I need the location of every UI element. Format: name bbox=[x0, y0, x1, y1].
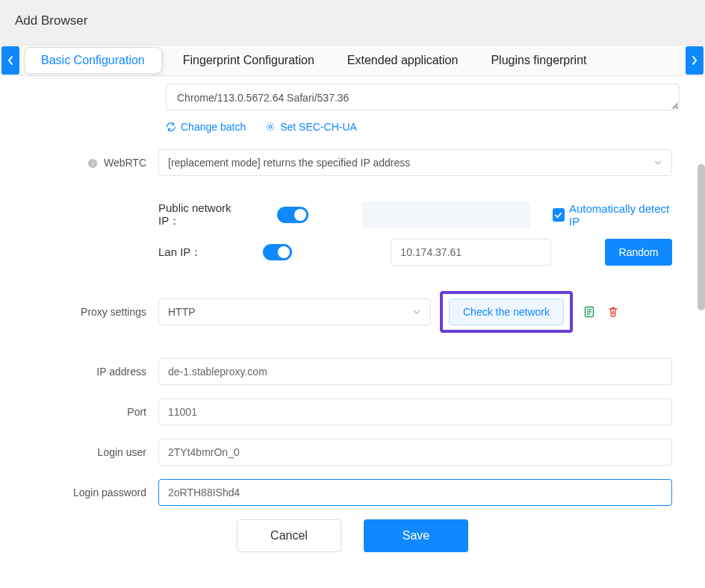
svg-point-0 bbox=[269, 125, 272, 128]
content-area: Chrome/113.0.5672.64 Safari/537.36 Chang… bbox=[0, 76, 705, 552]
login-password-input[interactable] bbox=[158, 479, 672, 506]
change-batch-label: Change batch bbox=[181, 121, 246, 133]
chevron-left-icon bbox=[7, 55, 14, 66]
chevron-right-icon bbox=[691, 55, 698, 66]
proxy-settings-label: Proxy settings bbox=[0, 306, 158, 318]
check-icon bbox=[554, 211, 562, 219]
proxy-type-select[interactable]: HTTP bbox=[158, 298, 431, 325]
auto-detect-ip-checkbox[interactable] bbox=[553, 208, 565, 222]
tab-basic-configuration[interactable]: Basic Configuration bbox=[24, 47, 162, 74]
info-icon: i bbox=[87, 158, 98, 169]
login-password-label: Login password bbox=[0, 487, 158, 498]
tab-scroll-left[interactable] bbox=[1, 46, 19, 75]
tab-scroll-right[interactable] bbox=[686, 46, 704, 75]
delete-proxy-button[interactable] bbox=[606, 304, 621, 319]
ip-address-input[interactable] bbox=[158, 358, 672, 385]
chevron-down-icon bbox=[653, 158, 662, 167]
check-network-button[interactable]: Check the network bbox=[449, 298, 564, 325]
tab-bar: Basic Configuration Fingerprint Configur… bbox=[0, 45, 705, 76]
lan-ip-toggle[interactable] bbox=[263, 244, 292, 260]
tab-plugins-fingerprint[interactable]: Plugins fingerprint bbox=[474, 45, 603, 76]
public-ip-label: Public network IP： bbox=[158, 201, 247, 228]
set-sec-ch-ua-link[interactable]: Set SEC-CH-UA bbox=[265, 121, 357, 133]
gear-icon bbox=[265, 122, 276, 132]
set-sec-ch-ua-label: Set SEC-CH-UA bbox=[280, 121, 357, 133]
change-batch-link[interactable]: Change batch bbox=[166, 121, 246, 133]
document-icon bbox=[583, 305, 596, 319]
webrtc-label: i WebRTC bbox=[0, 157, 158, 169]
webrtc-select[interactable]: [replacement mode] returns the specified… bbox=[158, 149, 672, 176]
cancel-button[interactable]: Cancel bbox=[237, 519, 341, 552]
lan-ip-input[interactable] bbox=[391, 239, 551, 266]
port-input[interactable] bbox=[158, 398, 672, 425]
copy-config-button[interactable] bbox=[582, 304, 597, 319]
tab-extended-application[interactable]: Extended application bbox=[331, 45, 475, 76]
svg-text:i: i bbox=[92, 160, 94, 168]
random-button[interactable]: Random bbox=[605, 239, 672, 266]
port-label: Port bbox=[0, 406, 158, 418]
save-button[interactable]: Save bbox=[364, 519, 468, 552]
public-ip-value-box bbox=[362, 201, 530, 228]
chevron-down-icon bbox=[412, 307, 421, 316]
ip-address-label: IP address bbox=[0, 366, 158, 378]
proxy-type-value: HTTP bbox=[168, 306, 196, 318]
public-ip-toggle[interactable] bbox=[277, 207, 308, 223]
login-user-label: Login user bbox=[0, 446, 158, 458]
trash-icon bbox=[606, 305, 620, 319]
auto-detect-ip-label: Automatically detect IP bbox=[569, 202, 672, 228]
tab-fingerprint-configuration[interactable]: Fingerprint Configuration bbox=[167, 45, 331, 76]
dialog-header: Add Browser bbox=[0, 0, 705, 45]
user-agent-textarea[interactable]: Chrome/113.0.5672.64 Safari/537.36 bbox=[166, 84, 680, 110]
page-title: Add Browser bbox=[15, 13, 87, 28]
lan-ip-label: Lan IP： bbox=[158, 245, 233, 260]
vertical-scrollbar[interactable] bbox=[698, 164, 705, 310]
login-user-input[interactable] bbox=[158, 439, 672, 466]
user-agent-value: Chrome/113.0.5672.64 Safari/537.36 bbox=[177, 92, 349, 104]
webrtc-selected-value: [replacement mode] returns the specified… bbox=[168, 157, 410, 169]
check-network-highlight: Check the network bbox=[440, 291, 573, 333]
refresh-icon bbox=[166, 122, 176, 132]
